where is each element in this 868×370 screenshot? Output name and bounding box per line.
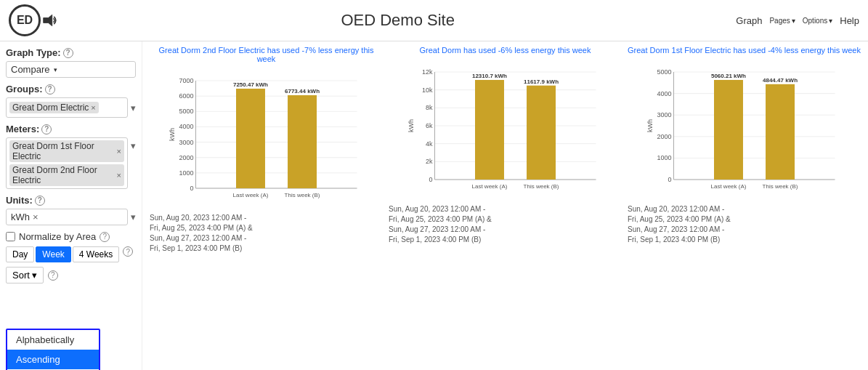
meters-help-icon[interactable]: ? — [41, 124, 52, 134]
meter1-tag-remove[interactable]: × — [117, 147, 121, 156]
logo-circle: ED — [9, 4, 41, 36]
chart-subtitle-1: Great Dorm has used -6% less energy this… — [389, 46, 622, 55]
chart-0: Great Dorm 2nd Floor Electric has used -… — [150, 46, 383, 366]
groups-label: Groups: ? — [6, 84, 136, 94]
meters-caret[interactable]: ▾ — [131, 140, 136, 151]
groups-tag-input[interactable]: Great Dorm Electric × — [6, 97, 128, 118]
meters-label: Meters: ? — [6, 124, 136, 134]
svg-text:0: 0 — [668, 176, 671, 183]
units-label: Units: ? — [6, 195, 136, 206]
svg-text:Last week (A): Last week (A) — [233, 192, 269, 198]
meters-tag-input[interactable]: Great Dorm 1st Floor Electric × Great Do… — [6, 137, 128, 189]
sort-option-ascending[interactable]: Ascending — [7, 350, 99, 369]
meters-input-row: Great Dorm 1st Floor Electric × Great Do… — [6, 137, 136, 189]
graph-type-caret: ▾ — [54, 66, 57, 73]
nav-links: Graph Pages▾ Options▾ Help — [736, 15, 859, 26]
chart-subtitle-2: Great Dorm 1st Floor Electric has used -… — [628, 46, 861, 55]
svg-text:5060.21 kWh: 5060.21 kWh — [711, 73, 746, 79]
groups-tag: Great Dorm Electric × — [9, 102, 99, 113]
chart-footer-1: Sun, Aug 20, 2023 12:00 AM -Fri, Aug 25,… — [389, 204, 622, 245]
svg-rect-45 — [527, 86, 556, 180]
graph-type-help-icon[interactable]: ? — [63, 48, 73, 58]
svg-text:kWh: kWh — [407, 119, 415, 132]
logo-speaker — [42, 12, 60, 29]
chart-subtitle-0: Great Dorm 2nd Floor Electric has used -… — [150, 46, 383, 63]
svg-text:Last week (A): Last week (A) — [472, 183, 508, 190]
svg-text:7000: 7000 — [179, 77, 193, 84]
svg-text:3000: 3000 — [179, 139, 193, 146]
svg-text:kWh: kWh — [169, 128, 176, 141]
nav-graph[interactable]: Graph — [736, 15, 762, 26]
svg-text:10k: 10k — [422, 87, 433, 94]
svg-text:4000: 4000 — [179, 123, 193, 130]
nav-pages[interactable]: Pages▾ — [769, 17, 795, 25]
nav-options[interactable]: Options▾ — [803, 17, 832, 25]
chart-footer-2: Sun, Aug 20, 2023 12:00 AM -Fri, Aug 25,… — [628, 204, 861, 245]
units-caret[interactable]: ▾ — [131, 212, 136, 222]
logo-text: ED — [17, 14, 33, 27]
svg-text:0: 0 — [429, 176, 432, 183]
svg-text:2000: 2000 — [657, 133, 671, 140]
svg-text:12310.7 kWh: 12310.7 kWh — [472, 73, 507, 79]
svg-text:4000: 4000 — [657, 90, 671, 97]
chart-svg-2: 010002000300040005000kWh5060.21 kWh4844.… — [628, 56, 861, 201]
chart-footer-0: Sun, Aug 20, 2023 12:00 AM -Fri, Aug 25,… — [150, 213, 383, 254]
sort-button[interactable]: Sort ▾ — [6, 267, 44, 283]
chart-svg-0: 01000200030004000500060007000kWh7250.47 … — [150, 65, 383, 210]
groups-section: Groups: ? Great Dorm Electric × ▾ — [6, 84, 136, 118]
time-btn-day[interactable]: Day — [6, 246, 34, 262]
graph-type-dropdown[interactable]: Compare ▾ — [6, 61, 136, 78]
sort-option-alphabetically[interactable]: Alphabetically — [7, 330, 99, 350]
page-title: OED Demo Site — [60, 11, 736, 30]
time-btn-week[interactable]: Week — [36, 246, 70, 262]
svg-marker-0 — [44, 15, 52, 25]
svg-text:This week (B): This week (B) — [763, 183, 798, 190]
sort-caret: ▾ — [32, 270, 37, 281]
logo: ED — [9, 4, 60, 36]
svg-text:2000: 2000 — [179, 154, 193, 161]
meter2-tag-remove[interactable]: × — [117, 171, 121, 180]
chart-1: Great Dorm has used -6% less energy this… — [389, 46, 622, 366]
time-btn-4weeks[interactable]: 4 Weeks — [73, 246, 119, 262]
svg-rect-20 — [236, 89, 265, 188]
sort-help-icon[interactable]: ? — [48, 270, 58, 281]
units-input[interactable]: kWh × — [6, 209, 128, 225]
svg-rect-22 — [288, 95, 317, 188]
svg-text:2k: 2k — [426, 158, 433, 165]
time-buttons: Day Week 4 Weeks ? — [6, 246, 136, 262]
meter1-tag: Great Dorm 1st Floor Electric × — [9, 140, 124, 162]
units-tag: kWh × — [11, 212, 38, 222]
svg-rect-43 — [475, 80, 504, 180]
chart-svg-1: 02k4k6k8k10k12kkWh12310.7 kWh11617.9 kWh… — [389, 56, 622, 201]
groups-help-icon[interactable]: ? — [45, 84, 55, 94]
groups-input-row: Great Dorm Electric × ▾ — [6, 97, 136, 118]
svg-text:5000: 5000 — [179, 108, 193, 115]
graph-type-section: Graph Type: ? Compare ▾ — [6, 47, 136, 78]
main-layout: Graph Type: ? Compare ▾ Groups: ? Great … — [0, 41, 868, 370]
units-section: Units: ? kWh × ▾ — [6, 195, 136, 225]
groups-tag-remove[interactable]: × — [91, 103, 95, 112]
time-help-icon[interactable]: ? — [123, 246, 133, 257]
svg-text:kWh: kWh — [646, 119, 654, 132]
units-help-icon[interactable]: ? — [35, 196, 45, 206]
nav-help[interactable]: Help — [840, 15, 859, 26]
units-tag-remove[interactable]: × — [33, 212, 38, 222]
svg-text:3000: 3000 — [657, 111, 671, 118]
charts-row: Great Dorm 2nd Floor Electric has used -… — [150, 46, 861, 366]
svg-text:0: 0 — [190, 185, 193, 192]
svg-text:4844.47 kWh: 4844.47 kWh — [763, 77, 798, 84]
svg-text:11617.9 kWh: 11617.9 kWh — [524, 79, 559, 85]
svg-text:This week (B): This week (B) — [285, 192, 320, 198]
normalize-checkbox[interactable] — [6, 232, 15, 241]
units-input-row: kWh × ▾ — [6, 209, 136, 225]
svg-text:1000: 1000 — [179, 169, 193, 177]
svg-rect-64 — [714, 80, 743, 180]
groups-caret[interactable]: ▾ — [131, 102, 136, 113]
svg-text:Last week (A): Last week (A) — [711, 183, 747, 190]
svg-text:12k: 12k — [422, 68, 433, 76]
svg-text:4k: 4k — [426, 140, 433, 148]
sort-dropdown: Alphabetically Ascending Descending — [6, 329, 100, 370]
meters-section: Meters: ? Great Dorm 1st Floor Electric … — [6, 124, 136, 189]
graph-type-label: Graph Type: ? — [6, 47, 136, 58]
normalize-help-icon[interactable]: ? — [100, 232, 110, 242]
